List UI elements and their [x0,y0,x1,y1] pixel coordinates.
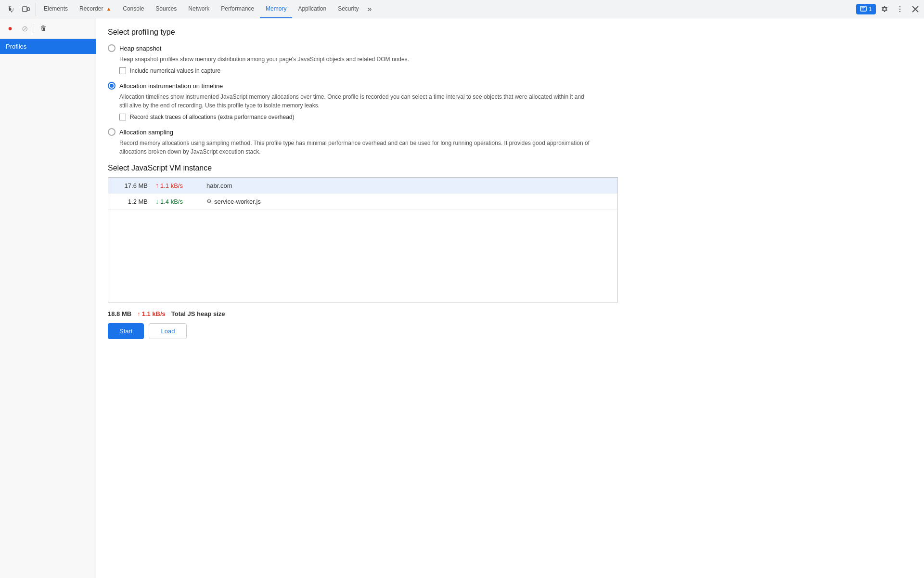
heap-snapshot-radio-row[interactable]: Heap snapshot [108,44,912,52]
heap-snapshot-desc: Heap snapshot profiles show memory distr… [119,55,591,64]
tab-right-actions: 1 [856,2,922,16]
allocation-sampling-label: Allocation sampling [119,129,173,136]
option-allocation-instrumentation: Allocation instrumentation on timeline A… [108,82,912,120]
action-buttons: Start Load [108,323,912,339]
tab-sources[interactable]: Sources [150,0,182,18]
up-arrow-icon-total: ↑ [137,310,141,317]
toolbar-divider [34,24,34,33]
vm-rate-2: ↓ 1.4 kB/s [155,197,199,205]
allocation-sampling-radio-row[interactable]: Allocation sampling [108,128,912,136]
allocation-instrumentation-checkbox-label: Record stack traces of allocations (extr… [130,114,295,120]
sidebar-item-profiles[interactable]: Profiles [0,39,96,54]
feedback-button[interactable]: 1 [856,4,876,14]
device-toolbar-button[interactable] [19,2,33,16]
allocation-instrumentation-desc: Allocation timelines show instrumented J… [119,92,591,110]
svg-point-7 [899,11,900,12]
close-devtools-button[interactable] [909,2,922,16]
vm-instance-table: 17.6 MB ↑ 1.1 kB/s habr.com 1.2 MB ↓ 1.4… [108,177,618,302]
vm-section-title: Select JavaScript VM instance [108,164,912,172]
heap-snapshot-radio[interactable] [108,44,116,52]
heap-snapshot-checkbox[interactable] [119,67,126,74]
tab-elements[interactable]: Elements [38,0,74,18]
total-heap-label: Total JS heap size [171,310,225,317]
tab-security[interactable]: Security [332,0,364,18]
inspect-element-button[interactable] [5,2,18,16]
allocation-instrumentation-label: Allocation instrumentation on timeline [119,82,223,90]
more-tabs-button[interactable]: » [364,0,374,18]
stop-button[interactable]: ⊘ [18,22,31,35]
tab-network[interactable]: Network [182,0,215,18]
settings-button[interactable] [878,2,891,16]
sidebar: ● ⊘ Profiles [0,18,96,578]
total-heap-rate: ↑ 1.1 kB/s [137,310,166,317]
vm-size-1: 17.6 MB [114,182,148,189]
recorder-badge: ▲ [106,6,111,12]
heap-snapshot-label: Heap snapshot [119,45,161,52]
allocation-instrumentation-radio[interactable] [108,82,116,90]
feedback-count: 1 [869,6,872,13]
gear-icon: ⚙ [206,198,212,205]
total-heap-size: 18.8 MB [108,310,131,317]
option-heap-snapshot: Heap snapshot Heap snapshot profiles sho… [108,44,912,74]
sidebar-toolbar: ● ⊘ [0,18,96,39]
svg-rect-1 [27,8,29,11]
tab-console[interactable]: Console [117,0,150,18]
down-arrow-icon-2: ↓ [155,197,159,205]
allocation-instrumentation-checkbox-row[interactable]: Record stack traces of allocations (extr… [119,114,912,120]
main-layout: ● ⊘ Profiles Select profiling type Heap … [0,18,924,578]
vm-instance-row[interactable]: 17.6 MB ↑ 1.1 kB/s habr.com [108,178,617,194]
content-area: Select profiling type Heap snapshot Heap… [96,18,924,578]
vm-instance-row[interactable]: 1.2 MB ↓ 1.4 kB/s ⚙ service-worker.js [108,194,617,210]
devtools-icons [2,2,36,16]
svg-point-5 [899,6,900,7]
svg-rect-0 [23,7,27,12]
vm-size-2: 1.2 MB [114,198,148,205]
record-button[interactable]: ● [4,22,16,35]
allocation-instrumentation-checkbox[interactable] [119,114,126,120]
footer-stats: 18.8 MB ↑ 1.1 kB/s Total JS heap size [108,304,912,323]
start-button[interactable]: Start [108,323,144,339]
tab-recorder[interactable]: Recorder ▲ [74,0,117,18]
up-arrow-icon-1: ↑ [155,182,159,189]
more-options-button[interactable] [893,2,907,16]
tab-bar: Elements Recorder ▲ Console Sources Netw… [0,0,924,18]
allocation-sampling-desc: Record memory allocations using sampling… [119,139,591,156]
vm-name-2: ⚙ service-worker.js [206,198,261,205]
vm-rate-1: ↑ 1.1 kB/s [155,182,199,189]
tab-application[interactable]: Application [292,0,332,18]
allocation-instrumentation-radio-row[interactable]: Allocation instrumentation on timeline [108,82,912,90]
profiling-section-title: Select profiling type [108,28,912,37]
tab-performance[interactable]: Performance [215,0,260,18]
load-button[interactable]: Load [149,323,187,339]
vm-name-1: habr.com [206,182,232,189]
option-allocation-sampling: Allocation sampling Record memory alloca… [108,128,912,156]
heap-snapshot-checkbox-row[interactable]: Include numerical values in capture [119,67,912,74]
allocation-sampling-radio[interactable] [108,128,116,136]
svg-point-6 [899,8,900,9]
tab-memory[interactable]: Memory [260,0,292,18]
heap-snapshot-checkbox-label: Include numerical values in capture [130,67,220,74]
delete-button[interactable] [37,22,50,35]
